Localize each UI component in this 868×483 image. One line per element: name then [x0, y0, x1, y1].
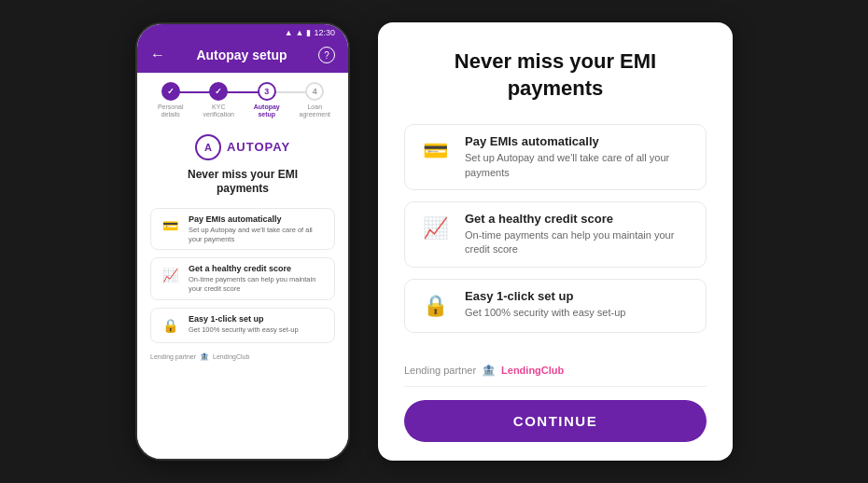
status-icons: ▲ ▲ ▮ 12:30 [285, 28, 335, 37]
time-display: 12:30 [314, 28, 335, 37]
right-lending-partner: Lending partner 🏦 LendingClub [404, 351, 707, 386]
phone-feature-item-3: 🔒 Easy 1-click set up Get 100% security … [150, 308, 335, 343]
step-circle-4: 4 [305, 82, 324, 101]
phone-feature-text-2: Get a healthy credit score On-time payme… [189, 264, 327, 294]
right-lending-label: Lending partner [404, 365, 476, 376]
right-feature-text-3: Easy 1-click set up Get 100% security wi… [465, 289, 625, 320]
phone-lending-partner: Lending partner 🏦 LendingClub [150, 352, 335, 361]
step-circle-3: 3 [258, 82, 276, 101]
right-feature-list: 💳 Pay EMIs automatically Set up Autopay … [404, 124, 707, 351]
phone-lending-label: Lending partner [150, 353, 196, 360]
phone-feature-title-2: Get a healthy credit score [189, 264, 327, 273]
help-button[interactable]: ? [318, 47, 335, 63]
phone-content: A AUTOPAY Never miss your EMIpayments 💳 … [137, 125, 348, 459]
phone-header: ← Autopay setup ? [137, 41, 348, 73]
phone-feature-desc-2: On-time payments can help you maintain y… [189, 275, 327, 294]
autopay-logo-circle: A [195, 134, 221, 160]
phone-feature-desc-3: Get 100% security with easy set-up [189, 325, 299, 335]
wifi-icon: ▲ [296, 28, 304, 37]
right-lending-logo-icon: 🏦 [482, 364, 496, 377]
right-feature-text-2: Get a healthy credit score On-time payme… [465, 212, 693, 257]
right-feature-title-2: Get a healthy credit score [465, 212, 693, 226]
right-feature-icon-2: 📈 [418, 212, 452, 245]
phone-feature-icon-2: 📈 [159, 264, 181, 286]
phone-feature-desc-1: Set up Autopay and we'll take care of al… [189, 226, 327, 244]
battery-icon: ▮ [306, 28, 311, 37]
step-label-4: Loanagreement [300, 104, 330, 119]
step-label-3: Autopaysetup [254, 104, 280, 119]
right-feature-item-3: 🔒 Easy 1-click set up Get 100% security … [404, 279, 707, 333]
right-feature-icon-1: 💳 [418, 134, 452, 168]
right-feature-desc-3: Get 100% security with easy set-up [465, 306, 625, 320]
right-lending-name: LendingClub [501, 365, 564, 376]
header-title: Autopay setup [165, 48, 318, 62]
back-button[interactable]: ← [150, 47, 165, 63]
step-autopay-setup: 3 Autopaysetup [243, 82, 291, 119]
right-panel: Never miss your EMIpayments 💳 Pay EMIs a… [378, 22, 733, 461]
phone-feature-icon-3: 🔒 [159, 314, 181, 337]
step-circle-2: ✓ [209, 82, 228, 101]
step-loan-agreement: 4 Loanagreement [291, 82, 340, 119]
stepper: ✓ Personaldetails ✓ KYCverification 3 Au… [137, 73, 348, 125]
right-feature-desc-2: On-time payments can help you maintain y… [465, 228, 693, 257]
phone-feature-list: 💳 Pay EMIs automatically Set up Autopay … [150, 208, 335, 343]
phone-feature-icon-1: 💳 [159, 214, 181, 237]
right-feature-title-3: Easy 1-click set up [465, 289, 625, 303]
phone-feature-title-3: Easy 1-click set up [189, 314, 299, 324]
step-kyc-verification: ✓ KYCverification [195, 82, 244, 119]
right-feature-text-1: Pay EMIs automatically Set up Autopay an… [465, 134, 693, 180]
phone-mockup: ▲ ▲ ▮ 12:30 ← Autopay setup ? ✓ Personal… [135, 22, 350, 461]
step-personal-details: ✓ Personaldetails [147, 82, 195, 119]
right-feature-desc-1: Set up Autopay and we'll take care of al… [465, 151, 693, 180]
phone-main-title: Never miss your EMIpayments [150, 168, 335, 197]
continue-button[interactable]: CONTINUE [404, 400, 707, 442]
right-feature-title-1: Pay EMIs automatically [465, 134, 693, 148]
continue-btn-area: CONTINUE [404, 386, 707, 461]
phone-status-bar: ▲ ▲ ▮ 12:30 [137, 24, 348, 41]
right-feature-icon-3: 🔒 [418, 289, 452, 323]
phone-feature-text-1: Pay EMIs automatically Set up Autopay an… [189, 214, 327, 244]
autopay-brand-name: AUTOPAY [227, 140, 290, 154]
right-feature-item-2: 📈 Get a healthy credit score On-time pay… [404, 201, 707, 268]
step-label-2: KYCverification [203, 104, 234, 119]
autopay-letter: A [204, 142, 212, 153]
step-circle-1: ✓ [161, 82, 180, 101]
right-feature-item-1: 💳 Pay EMIs automatically Set up Autopay … [404, 124, 707, 190]
autopay-logo-area: A AUTOPAY [150, 134, 335, 160]
phone-lending-logo: 🏦 [200, 352, 209, 361]
phone-feature-title-1: Pay EMIs automatically [189, 214, 327, 224]
phone-feature-item-2: 📈 Get a healthy credit score On-time pay… [150, 257, 335, 300]
phone-lending-name: LendingClub [213, 353, 249, 360]
phone-feature-text-3: Easy 1-click set up Get 100% security wi… [189, 314, 299, 335]
step-label-1: Personaldetails [158, 104, 184, 119]
right-panel-title: Never miss your EMIpayments [404, 48, 707, 102]
signal-icon: ▲ [285, 28, 293, 37]
phone-feature-item-1: 💳 Pay EMIs automatically Set up Autopay … [150, 208, 335, 251]
